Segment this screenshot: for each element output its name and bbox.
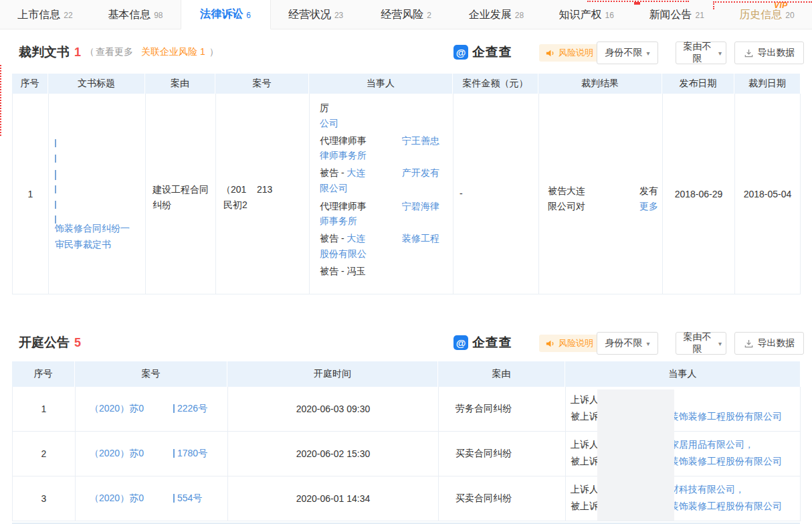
tab-intellectual-property[interactable]: 知识产权16 [541,0,631,29]
cause-text: 纠纷 [153,199,171,211]
document-title-link[interactable]: 审民事裁定书 [55,239,111,251]
party-link[interactable]: 宁王善忠 [402,135,439,147]
redacted-text-fragment [55,201,56,209]
row-index: 1 [41,404,47,414]
cause-filter-label: 案由不限 [680,41,714,65]
cause-text: 买卖合同纠纷 [455,493,512,505]
case-no-link[interactable]: （2020）苏0 [90,403,144,415]
tab-operating-risk[interactable]: 经营风险2 [361,0,451,29]
col-header-amount: 案件金额（元） [453,74,538,94]
judgment-row: 1 饰装修合同纠纷一 审民事裁定书 建设工程合同 纠纷 （201 213 民初2 [12,94,800,294]
tab-news-announcements[interactable]: 新闻公告21 [631,0,722,29]
tab-label: 基本信息 [108,8,150,22]
identity-filter-label: 身份不限 [605,337,642,349]
party-link[interactable]: 装饰装修工程股份有限公司 [670,411,782,423]
hearing-time: 2020-06-01 14:34 [296,493,371,504]
risk-note-label: 风险说明 [559,47,593,59]
download-icon [744,48,754,58]
tab-label: 知识产权 [559,8,602,22]
tab-basic-info[interactable]: 基本信息98 [90,0,181,29]
tab-count: 20 [785,11,794,20]
party-link[interactable]: 大连 [346,167,365,178]
hearings-toolbar: @ 企查查 风险说明 身份不限 ▾ 案由不限 ▾ 导出数据 [0,329,812,356]
party-link[interactable]: 股份有限公 [320,248,367,260]
hearing-row: 2 （2020）苏0 1780号 2020-06-02 15:30 买卖合同纠纷… [12,432,800,476]
party-link[interactable]: 家居用品有限公司， [670,439,754,451]
party-link[interactable]: 装饰装修工程股份有限公司 [670,501,782,513]
document-title-link[interactable]: 饰装修合同纠纷一 [55,223,130,235]
col-header-hearing-time: 开庭时间 [227,361,438,387]
cell-case-no: （2020）苏0 554号 [76,476,228,521]
party-link[interactable]: 师事务所 [320,215,357,228]
party-role: 被上诉 [571,411,599,423]
party-link[interactable]: 律师事务所 [320,150,367,162]
redaction-overlay [597,389,674,521]
brand-name: 企查查 [472,43,512,61]
cell-cause: 买卖合同纠纷 [439,432,566,476]
risk-note-button[interactable]: 风险说明 [539,335,599,352]
annotation-dotted-line-top-right-edge [713,1,714,9]
case-no-link[interactable]: （2020）苏0 [90,448,144,460]
col-header-cause: 案由 [145,74,215,94]
col-header-parties: 当事人 [565,361,800,387]
caret-down-icon: ▾ [646,340,649,347]
tab-count: 6 [246,11,251,20]
tab-operating-status[interactable]: 经营状况23 [271,0,361,29]
result-more-link[interactable]: 更多 [639,201,658,213]
export-data-label: 导出数据 [758,47,795,59]
cause-filter-label: 案由不限 [680,331,714,355]
cell-case-no: （201 213 民初2 [216,94,310,294]
caret-down-icon: ▾ [718,340,722,347]
cell-doc-title: 饰装修合同纠纷一 审民事裁定书 [49,94,146,294]
annotation-dotted-line-left [0,65,1,136]
party-link[interactable]: 装修工程 [402,233,439,245]
tab-legal-litigation[interactable]: 法律诉讼6 [181,0,271,29]
party-link[interactable]: 装饰装修工程股份有限公司 [670,456,782,468]
judgment-date: 2018-05-04 [744,189,792,199]
tab-listing-info[interactable]: 上市信息22 [0,0,90,29]
export-data-button[interactable]: 导出数据 [734,332,804,355]
party-link[interactable]: 限公司 [320,183,348,195]
col-header-publish-date: 发布日期 [662,74,734,94]
tab-enterprise-development[interactable]: 企业发展28 [451,0,541,29]
risk-note-button[interactable]: 风险说明 [539,44,599,62]
brand-logo: @ 企查查 [453,334,512,351]
case-no-link[interactable]: 554号 [173,493,202,505]
party-link[interactable]: 大连 [346,233,365,244]
case-no-link[interactable]: 1780号 [173,448,207,460]
identity-filter-dropdown[interactable]: 身份不限 ▾ [597,41,658,64]
col-header-index: 序号 [12,74,48,94]
cause-text: 劳务合同纠纷 [455,403,512,415]
cell-amount: - [453,94,539,294]
party-link[interactable]: 宁碧海律 [402,201,439,213]
caret-down-icon: ▾ [718,50,722,57]
cause-filter-dropdown[interactable]: 案由不限 ▾ [676,332,726,355]
tab-count: 22 [64,11,72,20]
cell-index: 2 [13,432,76,476]
case-no-link[interactable]: 2226号 [173,403,207,415]
party-link[interactable]: 产开发有 [402,167,439,179]
col-header-case-no: 案号 [75,361,227,387]
identity-filter-dropdown[interactable]: 身份不限 ▾ [597,332,658,355]
tab-count: 28 [515,11,524,20]
tab-label: 上市信息 [17,8,60,22]
cell-cause: 买卖合同纠纷 [439,476,566,521]
judgments-toolbar: @ 企查查 风险说明 身份不限 ▾ 案由不限 ▾ 导出数据 [0,39,812,66]
cell-index: 1 [13,94,49,294]
tab-label: 法律诉讼 [200,7,243,21]
cause-filter-dropdown[interactable]: 案由不限 ▾ [676,41,726,64]
tab-history-info[interactable]: 历史信息20 [722,0,812,29]
case-no-fragment: 民初2 [223,199,247,211]
case-no-link[interactable]: （2020）苏0 [90,493,144,505]
judgments-table-header: 序号 文书标题 案由 案号 当事人 案件金额（元） 裁判结果 发布日期 裁判日期 [12,74,800,94]
party-link[interactable]: 材科技有限公司， [670,484,744,496]
party-link[interactable]: 公司 [320,118,338,130]
party-role: 上诉人 [571,394,599,406]
tab-label: 新闻公告 [649,8,692,22]
qcc-logo-icon: @ [453,45,468,60]
tab-count: 21 [695,11,704,20]
tab-count: 2 [427,11,431,20]
cell-case-no: （2020）苏0 1780号 [76,432,228,476]
export-data-button[interactable]: 导出数据 [734,41,804,64]
judgments-table: 序号 文书标题 案由 案号 当事人 案件金额（元） 裁判结果 发布日期 裁判日期… [12,74,800,294]
